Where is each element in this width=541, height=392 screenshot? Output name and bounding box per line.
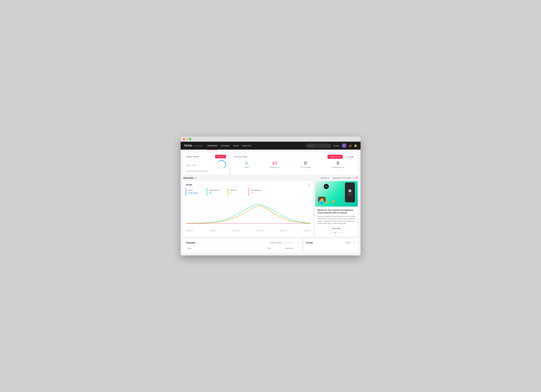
metric-clicks[interactable]: Clicks 5 ▾ 5 xyxy=(228,188,247,196)
dot-2[interactable] xyxy=(333,232,334,233)
spend-circle-chart xyxy=(217,160,226,169)
stat-underperforming: 0 Underperforming xyxy=(332,161,344,168)
calendar-icon[interactable]: 📅 xyxy=(356,177,358,179)
trends-title: Trends xyxy=(186,184,192,186)
language-selector[interactable]: English xyxy=(333,145,340,147)
trends-header: Trends 📄 xyxy=(186,183,311,186)
export-icon[interactable]: 📄 xyxy=(297,241,299,244)
create-ad-button[interactable]: Create an Ad xyxy=(328,155,343,159)
stat-disapproved: 43 Disapproved xyxy=(270,161,279,168)
gender-card: Gender Cost ▾ 📄 xyxy=(304,239,358,253)
date-range[interactable]: 2022-08-14 ~ 2022-08-20 UTC+08:00 🕐 📅 xyxy=(321,177,358,179)
top-row: Today's Spends Payment 0.00 USD ⓘ Accoun… xyxy=(183,152,358,175)
next-page-button[interactable]: › xyxy=(292,241,296,244)
log-button[interactable]: 📋 Log xyxy=(344,155,355,159)
metric-impressions-value: 34 xyxy=(209,192,224,194)
metric-clicks-label: Clicks 5 ▾ xyxy=(230,189,245,191)
minimize-btn[interactable] xyxy=(186,138,188,140)
chart-label-4: 2022-08-17 xyxy=(256,230,264,231)
bell-icon[interactable]: 🔔 xyxy=(354,144,357,147)
today-spends-body: 0.00 USD ⓘ xyxy=(186,160,226,169)
date-tilde: ~ xyxy=(330,177,331,179)
overview-info-icon[interactable]: ⓘ xyxy=(194,177,197,179)
stat-active: 0 Active xyxy=(244,161,249,168)
export-icon-gender[interactable]: 📄 xyxy=(353,241,355,244)
check-icon: ✅ xyxy=(332,200,335,203)
log-dot xyxy=(352,156,353,157)
mac-window: TikTok Ads Manager Dashboard Campaign As… xyxy=(181,136,360,255)
metric-conversions-label: Conversions ▾ xyxy=(251,189,266,191)
chevron-down-icon-gender: ▾ xyxy=(350,242,351,244)
metric-cost[interactable]: Cost ▾ 0.00 USD xyxy=(186,188,206,196)
ad-group-title: Ad Group Status xyxy=(234,156,247,158)
trends-card: Trends 📄 Cost ▾ 0.00 USD xyxy=(183,181,313,236)
metric-conversions[interactable]: Conversions ▾ 0 xyxy=(249,188,268,196)
close-btn[interactable] xyxy=(183,138,185,140)
reporting-dot xyxy=(251,144,252,145)
gender-header: Gender Cost ▾ 📄 xyxy=(306,241,355,244)
video-bar xyxy=(347,193,353,194)
chart-svg xyxy=(186,198,311,229)
video-bar-2 xyxy=(348,195,352,195)
chart-label-1: 2022-08-14 xyxy=(186,230,193,231)
info-icon-spend[interactable]: ⓘ xyxy=(198,164,199,166)
bottom-row: Campaign Custom Columns ‹ 1 › 📄 Name Cos… xyxy=(183,239,358,253)
maximize-btn[interactable] xyxy=(189,138,191,140)
titlebar xyxy=(181,136,360,142)
phone-screen: ▶ xyxy=(346,183,354,201)
overview-header: Overview ⓘ 2022-08-14 ~ 2022-08-20 UTC+0… xyxy=(183,177,358,179)
spend-amount: 0.00 USD ⓘ xyxy=(186,162,199,167)
stat-disapproved-value: 43 xyxy=(270,161,279,166)
payment-button[interactable]: Payment xyxy=(215,155,226,158)
nav-right: English 💼 🔔 xyxy=(306,143,357,148)
stat-out-of-budget: 0 Out of budget xyxy=(300,161,311,168)
nav-campaign[interactable]: Campaign xyxy=(221,144,230,147)
main-content: Today's Spends Payment 0.00 USD ⓘ Accoun… xyxy=(181,150,360,255)
phone-mockup: ▶ xyxy=(345,183,355,202)
pagination-controls: ‹ 1 › xyxy=(284,241,296,244)
metric-cost-label: Cost ▾ xyxy=(188,189,203,191)
download-icon[interactable]: 📄 xyxy=(308,183,311,186)
avatar[interactable] xyxy=(342,143,346,148)
metric-cost-value: 0.00 USD xyxy=(188,192,203,194)
page-number: 1 xyxy=(288,241,292,244)
chart-label-3: 2022-08-16 xyxy=(233,230,240,231)
navigation: TikTok Ads Manager Dashboard Campaign As… xyxy=(181,142,360,150)
date-start: 2022-08-14 xyxy=(321,177,329,179)
prev-page-button[interactable]: ‹ xyxy=(284,241,288,244)
metric-impressions[interactable]: Impressions ▾ 34 xyxy=(207,188,227,196)
arrow-icon: → xyxy=(342,189,344,193)
promo-pagination-dots xyxy=(317,231,355,234)
nav-links: Dashboard Campaign Assets Reporting xyxy=(207,144,306,147)
chart-label-6: 2022-08-19 xyxy=(303,230,311,231)
today-spends-title: Today's Spends xyxy=(186,156,199,158)
custom-columns-button[interactable]: Custom Columns xyxy=(268,241,283,244)
nav-assets[interactable]: Assets xyxy=(233,144,239,147)
chart-labels: 2022-08-14 2022-08-15 2022-08-16 2022-08… xyxy=(186,229,311,232)
dot-1[interactable] xyxy=(331,232,332,233)
chevron-down-icon-4: ▾ xyxy=(261,189,262,191)
metric-clicks-value: 5 xyxy=(230,192,245,194)
today-spends-header: Today's Spends Payment xyxy=(186,155,226,158)
nav-reporting[interactable]: Reporting xyxy=(242,144,251,147)
today-spends-card: Today's Spends Payment 0.00 USD ⓘ Accoun… xyxy=(183,152,229,175)
cost-dropdown[interactable]: Cost ▾ xyxy=(344,241,352,244)
main-row: Trends 📄 Cost ▾ 0.00 USD xyxy=(183,181,358,236)
logo-sub: Ads Manager xyxy=(193,145,203,147)
metrics-row: Cost ▾ 0.00 USD Impressions ▾ 34 xyxy=(186,188,311,196)
briefcase-icon[interactable]: 💼 xyxy=(349,144,352,147)
info-icon-balance[interactable]: ⓘ xyxy=(208,170,210,172)
overview-section: Overview ⓘ 2022-08-14 ~ 2022-08-20 UTC+0… xyxy=(183,177,358,236)
dot-5[interactable] xyxy=(339,232,340,233)
dot-3[interactable] xyxy=(335,232,336,233)
arrow-badge: → xyxy=(329,200,331,203)
spend-currency: USD xyxy=(192,164,196,166)
spend-info: 0.00 USD ⓘ xyxy=(186,162,199,167)
search-input[interactable] xyxy=(306,144,331,148)
learn-more-button[interactable]: Learn More xyxy=(317,226,355,231)
dot-6[interactable] xyxy=(341,232,342,233)
nav-dashboard[interactable]: Dashboard xyxy=(207,144,217,147)
dot-4[interactable] xyxy=(337,232,338,233)
metric-conversions-value: 0 xyxy=(251,192,266,194)
warning-icon: ⚠️ xyxy=(325,200,328,203)
